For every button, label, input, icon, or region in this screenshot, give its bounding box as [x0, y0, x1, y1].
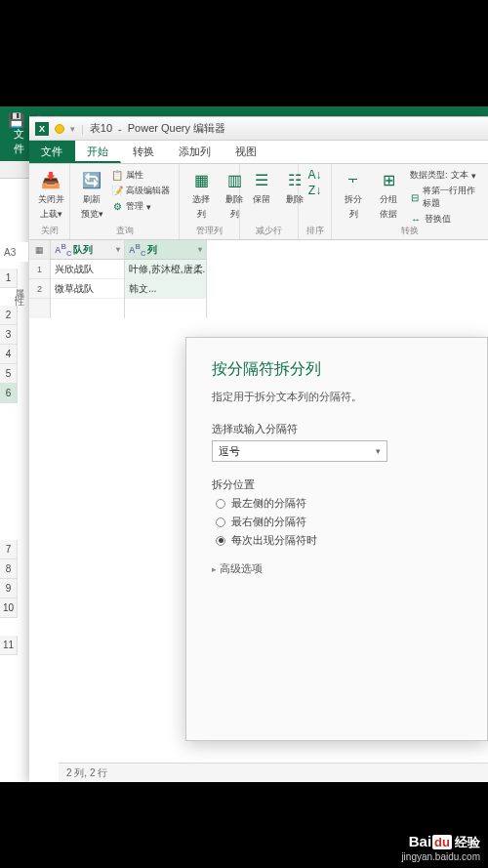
row-header[interactable]: 3: [0, 325, 18, 345]
choose-cols-icon: ▦: [189, 168, 213, 191]
data-type-button[interactable]: 数据类型: 文本▾: [410, 168, 480, 183]
baidu-watermark: Baidu经验 jingyan.baidu.com: [401, 833, 480, 862]
row-header[interactable]: 11: [0, 636, 18, 655]
editor-icon: 📝: [111, 186, 123, 197]
row-header[interactable]: 7: [0, 540, 18, 559]
row-header[interactable]: 10: [0, 599, 18, 618]
row-header[interactable]: 6: [0, 384, 18, 403]
power-query-window: A3 属 性 X ▾ | 表10 - Power Query 编辑器 文件 开始…: [29, 116, 488, 782]
refresh-icon: 🔄: [80, 168, 103, 191]
radio-icon: [216, 499, 225, 509]
close-load-button[interactable]: 📥 关闭并 上载▾: [37, 168, 64, 221]
pq-tab-view[interactable]: 视图: [224, 141, 269, 163]
group-transform-label: 转换: [332, 225, 488, 237]
header-icon: ⊟: [410, 191, 420, 203]
properties-icon: 📋: [111, 170, 123, 182]
radio-icon: [216, 517, 225, 527]
choose-columns-button[interactable]: ▦选择列: [187, 168, 215, 221]
group-icon: ⊞: [377, 168, 400, 191]
excel-row-headers: 1 2 3 4 5 6 7 8 9 10 11: [0, 220, 18, 723]
pq-title-table: 表10: [90, 121, 112, 136]
pq-title-app: Power Query 编辑器: [128, 121, 225, 136]
pq-ribbon-tabs: 文件 开始 转换 添加列 视图: [29, 141, 488, 164]
group-sort-label: 排序: [299, 225, 331, 237]
use-first-row-button[interactable]: ⊟将第一行用作标题: [410, 184, 480, 211]
pq-tab-transform[interactable]: 转换: [121, 141, 167, 163]
pq-data-grid: ▦ 1 2 ABC队列▾ 兴欣战队 微草战队 ABC列▾ 叶修,苏沐橙,唐柔..…: [29, 240, 488, 318]
delimiter-select-label: 选择或输入分隔符: [212, 422, 462, 436]
row-header[interactable]: 8: [0, 559, 18, 579]
side-properties-label: 属 性: [12, 281, 25, 290]
delimiter-select[interactable]: 逗号 ▾: [212, 440, 387, 462]
column-header[interactable]: ABC列▾: [125, 240, 206, 260]
column-header[interactable]: ABC队列▾: [51, 240, 124, 260]
filter-dropdown-icon[interactable]: ▾: [198, 245, 202, 254]
grid-cell[interactable]: 韩文...: [125, 279, 206, 299]
grid-corner[interactable]: ▦: [29, 240, 50, 260]
dialog-description: 指定用于拆分文本列的分隔符。: [212, 390, 462, 404]
group-manage-cols-label: 管理列: [180, 225, 239, 237]
split-position-label: 拆分位置: [212, 477, 462, 492]
group-query-label: 查询: [70, 225, 179, 237]
advanced-options-toggle[interactable]: 高级选项: [212, 561, 462, 576]
radio-leftmost[interactable]: 最左侧的分隔符: [216, 496, 462, 511]
group-close-label: 关闭: [29, 225, 69, 237]
radio-each[interactable]: 每次出现分隔符时: [216, 533, 462, 548]
properties-button[interactable]: 📋属性: [111, 168, 170, 183]
grid-row-num[interactable]: 1: [29, 260, 50, 279]
pq-ribbon: 📥 关闭并 上载▾ 关闭 🔄 刷新 预览▾ 📋属性 📝高级编辑器: [29, 164, 488, 240]
radio-icon: [216, 536, 225, 546]
manage-button[interactable]: ⚙管理▾: [111, 199, 170, 214]
pq-tab-add-column[interactable]: 添加列: [167, 141, 224, 163]
pq-tab-file[interactable]: 文件: [29, 141, 75, 163]
split-column-button[interactable]: ⫟拆分列: [340, 168, 367, 227]
split-icon: ⫟: [342, 168, 365, 191]
grid-cell[interactable]: 叶修,苏沐橙,唐柔...: [125, 260, 206, 279]
split-column-dialog: 按分隔符拆分列 指定用于拆分文本列的分隔符。 选择或输入分隔符 逗号 ▾ 拆分位…: [185, 337, 488, 741]
excel-icon: X: [35, 122, 49, 136]
type-text-icon: ABC: [55, 242, 71, 258]
radio-rightmost[interactable]: 最右侧的分隔符: [216, 515, 462, 529]
close-load-icon: 📥: [39, 168, 62, 191]
keep-rows-button[interactable]: ☰保留: [248, 168, 275, 206]
pq-tab-home[interactable]: 开始: [75, 141, 121, 163]
status-dot-icon: [55, 124, 64, 134]
pq-statusbar: 2 列, 2 行: [59, 763, 488, 782]
dialog-title: 按分隔符拆分列: [212, 359, 462, 380]
row-header[interactable]: 9: [0, 579, 18, 599]
type-text-icon: ABC: [129, 242, 145, 258]
row-header[interactable]: 2: [0, 306, 18, 325]
replace-icon: ↔: [410, 214, 422, 226]
advanced-editor-button[interactable]: 📝高级编辑器: [111, 184, 170, 198]
row-header[interactable]: 4: [0, 345, 18, 364]
keep-rows-icon: ☰: [250, 168, 273, 191]
name-box[interactable]: A3: [0, 242, 29, 262]
refresh-button[interactable]: 🔄 刷新 预览▾: [78, 168, 105, 221]
sort-desc-icon[interactable]: Z↓: [308, 184, 321, 197]
sort-asc-icon[interactable]: A↓: [307, 168, 321, 182]
group-by-button[interactable]: ⊞分组依据: [375, 168, 402, 227]
row-header[interactable]: 5: [0, 364, 18, 384]
pq-titlebar: X ▾ | 表10 - Power Query 编辑器: [29, 117, 488, 141]
grid-row-num[interactable]: 2: [29, 279, 50, 299]
group-reduce-rows-label: 减少行: [240, 225, 298, 237]
filter-dropdown-icon[interactable]: ▾: [116, 245, 120, 254]
manage-icon: ⚙: [111, 201, 123, 213]
grid-cell[interactable]: 微草战队: [51, 279, 124, 299]
chevron-down-icon: ▾: [376, 446, 381, 456]
grid-cell[interactable]: 兴欣战队: [51, 260, 124, 279]
